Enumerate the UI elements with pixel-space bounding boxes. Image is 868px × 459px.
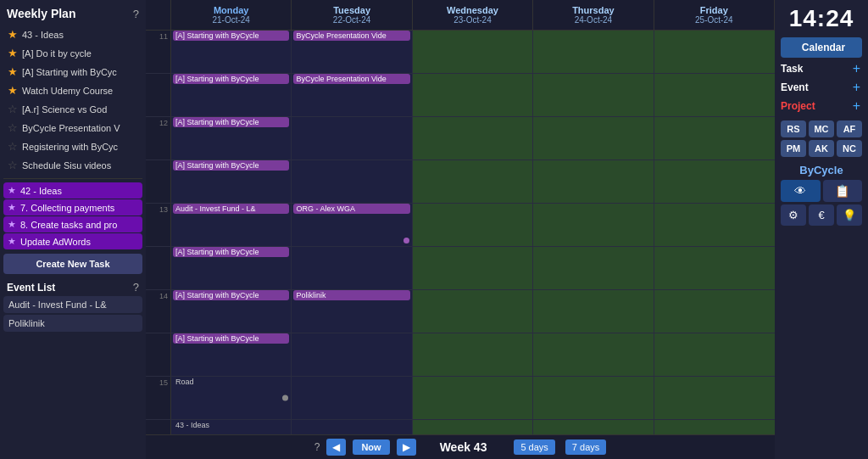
avatar-rs[interactable]: RS <box>781 120 806 137</box>
cal-cell-mon-11b[interactable]: [A] Starting with ByCycle <box>171 74 292 116</box>
5days-button[interactable]: 5 days <box>514 439 554 455</box>
cal-event[interactable]: [A] Starting with ByCycle <box>173 247 289 257</box>
cal-cell-wed-12b[interactable] <box>413 160 533 203</box>
cal-cell-wed-12[interactable] <box>413 117 533 160</box>
cal-cell-fri-14b[interactable] <box>654 333 775 376</box>
cal-cell-tue-11[interactable]: ByCycle Presentation Vide <box>292 31 412 73</box>
cal-event[interactable]: [A] Starting with ByCycle <box>173 160 289 171</box>
cal-cell-tue-15[interactable] <box>292 377 412 419</box>
cal-cell-mon-14[interactable]: [A] Starting with ByCycle <box>171 290 292 333</box>
cal-cell-tue-14[interactable]: Poliklinik <box>292 290 412 333</box>
cal-cell-thu-13b[interactable] <box>533 247 654 289</box>
cal-event[interactable]: [A] Starting with ByCycle <box>173 31 289 41</box>
sidebar-item-4[interactable]: ☆ [A.r] Science vs God <box>3 100 142 118</box>
cal-event-43ideas[interactable]: 43 - Ideas <box>173 420 289 430</box>
project-add-button[interactable]: + <box>851 98 862 114</box>
settings-icon-button[interactable]: ⚙ <box>781 204 806 226</box>
prev-button[interactable]: ◀ <box>326 439 346 456</box>
cal-cell-wed-15[interactable] <box>413 377 533 419</box>
sidebar-item-3[interactable]: ★ Watch Udemy Course <box>3 81 142 99</box>
cal-cell-wed-11[interactable] <box>413 31 533 73</box>
task-add-button[interactable]: + <box>851 61 862 76</box>
cal-cell-tue-13[interactable]: ORG - Alex WGA <box>292 204 412 246</box>
cal-cell-thu-12[interactable] <box>533 117 654 160</box>
event-add-button[interactable]: + <box>851 80 862 95</box>
cal-cell-tue-12b[interactable] <box>292 160 412 203</box>
sidebar-purple-3[interactable]: ★ Update AdWords <box>3 233 142 249</box>
sidebar-purple-0[interactable]: ★ 42 - Ideas <box>3 182 142 199</box>
cal-event[interactable]: Poliklinik <box>293 290 409 300</box>
cal-cell-mon-11[interactable]: [A] Starting with ByCycle <box>171 31 292 73</box>
cal-cell-fri-15b[interactable] <box>654 420 775 434</box>
avatar-pm[interactable]: PM <box>781 140 806 157</box>
cal-event[interactable]: [A] Starting with ByCycle <box>173 117 289 127</box>
sidebar-help-icon[interactable]: ? <box>133 8 139 20</box>
cal-cell-mon-15[interactable]: Road <box>171 377 292 419</box>
cal-cell-thu-11b[interactable] <box>533 74 654 116</box>
cal-cell-wed-14[interactable] <box>413 290 533 333</box>
clipboard-icon-button[interactable]: 📋 <box>823 180 863 202</box>
event-item-0[interactable]: Audit - Invest Fund - L& <box>3 296 142 313</box>
cal-cell-thu-15[interactable] <box>533 377 654 419</box>
cal-cell-mon-12b[interactable]: [A] Starting with ByCycle <box>171 160 292 203</box>
cal-event[interactable]: [A] Starting with ByCycle <box>173 74 289 84</box>
currency-icon-button[interactable]: € <box>809 204 834 226</box>
cal-cell-tue-12[interactable] <box>292 117 412 160</box>
cal-cell-thu-11[interactable] <box>533 31 654 73</box>
7days-button[interactable]: 7 days <box>565 439 606 455</box>
cal-event[interactable]: ORG - Alex WGA <box>293 204 409 214</box>
cal-cell-tue-15b[interactable] <box>292 420 412 434</box>
sidebar-purple-2[interactable]: ★ 8. Create tasks and pro <box>3 216 142 232</box>
avatar-af[interactable]: AF <box>837 120 862 137</box>
lightbulb-icon-button[interactable]: 💡 <box>837 204 862 226</box>
now-button[interactable]: Now <box>353 439 389 455</box>
calendar-button[interactable]: Calendar <box>781 37 862 58</box>
create-task-button[interactable]: Create New Task <box>3 254 142 274</box>
cal-event[interactable]: ByCycle Presentation Vide <box>293 74 409 84</box>
cal-event[interactable]: [A] Starting with ByCycle <box>173 333 289 344</box>
cal-event[interactable]: Audit - Invest Fund - L& <box>173 204 289 214</box>
cal-cell-thu-14b[interactable] <box>533 333 654 376</box>
cal-event[interactable]: ByCycle Presentation Vide <box>293 31 409 41</box>
cal-cell-fri-14[interactable] <box>654 290 775 333</box>
avatar-ak[interactable]: AK <box>809 140 834 157</box>
sidebar-item-6[interactable]: ☆ Registering with ByCyc <box>3 137 142 155</box>
sidebar-item-1[interactable]: ★ [A] Do it by cycle <box>3 44 142 62</box>
cal-cell-mon-13b[interactable]: [A] Starting with ByCycle <box>171 247 292 289</box>
cal-cell-fri-12b[interactable] <box>654 160 775 203</box>
cal-cell-thu-15b[interactable] <box>533 420 654 434</box>
next-button[interactable]: ▶ <box>397 439 416 456</box>
sidebar-item-5[interactable]: ☆ ByCycle Presentation V <box>3 119 142 137</box>
cal-cell-wed-14b[interactable] <box>413 333 533 376</box>
sidebar-purple-1[interactable]: ★ 7. Collecting payments <box>3 199 142 216</box>
cal-cell-thu-14[interactable] <box>533 290 654 333</box>
cal-cell-wed-11b[interactable] <box>413 74 533 116</box>
cal-cell-wed-15b[interactable] <box>413 420 533 434</box>
cal-cell-fri-11b[interactable] <box>654 74 775 116</box>
cal-cell-mon-14b[interactable]: [A] Starting with ByCycle <box>171 333 292 376</box>
cal-cell-thu-12b[interactable] <box>533 160 654 203</box>
cal-cell-tue-13b[interactable] <box>292 247 412 289</box>
cal-cell-wed-13b[interactable] <box>413 247 533 289</box>
cal-cell-mon-15b[interactable]: 43 - Ideas <box>171 420 292 434</box>
cal-cell-fri-13b[interactable] <box>654 247 775 289</box>
sidebar-item-2[interactable]: ★ [A] Starting with ByCyc <box>3 63 142 81</box>
sidebar-item-7[interactable]: ☆ Schedule Sisu videos <box>3 156 142 174</box>
avatar-mc[interactable]: MC <box>809 120 834 137</box>
cal-event[interactable]: [A] Starting with ByCycle <box>173 290 289 300</box>
cal-cell-thu-13[interactable] <box>533 204 654 246</box>
cal-cell-fri-15[interactable] <box>654 377 775 419</box>
event-item-1[interactable]: Poliklinik <box>3 315 142 332</box>
sidebar-item-0[interactable]: ★ 43 - Ideas <box>3 25 142 43</box>
cal-cell-fri-13[interactable] <box>654 204 775 246</box>
cal-cell-wed-13[interactable] <box>413 204 533 246</box>
cal-cell-tue-11b[interactable]: ByCycle Presentation Vide <box>292 74 412 116</box>
cal-cell-fri-12[interactable] <box>654 117 775 160</box>
eye-icon-button[interactable]: 👁 <box>781 180 821 202</box>
cal-cell-mon-12[interactable]: [A] Starting with ByCycle <box>171 117 292 160</box>
cal-cell-fri-11[interactable] <box>654 31 775 73</box>
cal-cell-tue-14b[interactable] <box>292 333 412 376</box>
cal-event-road[interactable]: Road <box>173 377 289 387</box>
cal-cell-mon-13[interactable]: Audit - Invest Fund - L& <box>171 204 292 246</box>
avatar-nc[interactable]: NC <box>837 140 862 157</box>
